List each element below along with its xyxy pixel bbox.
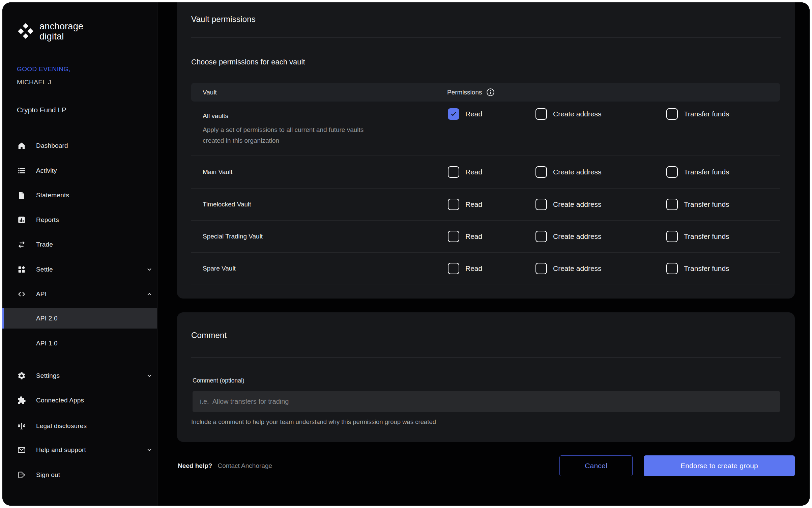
- chevron-down-icon[interactable]: [146, 447, 152, 453]
- permission-label: Transfer funds: [684, 264, 729, 273]
- section-subtitle: Choose permissions for each vault: [191, 58, 305, 66]
- statements-icon: [17, 191, 26, 200]
- sidebar-nav: DashboardActivityStatementsReportsTradeS…: [2, 2, 157, 506]
- api-icon: [17, 290, 26, 299]
- vault-description: Apply a set of permissions to all curren…: [203, 124, 371, 146]
- transfer-funds-cell: Transfer funds: [666, 199, 729, 210]
- activity-icon: [17, 166, 26, 175]
- sidebar-item-api-2-0[interactable]: API 2.0: [2, 308, 157, 329]
- create-address-checkbox[interactable]: [535, 166, 547, 178]
- transfer-funds-checkbox[interactable]: [666, 108, 678, 120]
- vault-name: Main Vault: [203, 168, 232, 176]
- settings-icon: [17, 371, 26, 380]
- sidebar-item-settings[interactable]: Settings: [2, 366, 157, 386]
- divider: [191, 37, 781, 38]
- permission-label: Read: [465, 232, 482, 241]
- read-cell: Read: [448, 108, 482, 120]
- permission-label: Transfer funds: [684, 168, 729, 176]
- permission-label: Create address: [553, 232, 602, 241]
- home-icon: [17, 141, 26, 150]
- permission-label: Read: [465, 264, 482, 273]
- table-header: Vault Permissions: [191, 83, 780, 102]
- sidebar-item-label: Trade: [36, 241, 53, 248]
- sidebar-item-settle[interactable]: Settle: [2, 259, 157, 280]
- read-checkbox[interactable]: [448, 263, 459, 274]
- table-row-timelocked-vault: Timelocked VaultReadCreate addressTransf…: [191, 188, 780, 220]
- vault-table-rows: All vaultsApply a set of permissions to …: [191, 102, 780, 299]
- sidebar-item-label: Settings: [36, 372, 60, 379]
- read-checkbox[interactable]: [448, 166, 459, 178]
- sidebar-item-label: Legal disclosures: [36, 422, 87, 430]
- app-window: anchorage digital GOOD EVENING, MICHAEL …: [2, 2, 810, 506]
- transfer-funds-cell: Transfer funds: [666, 231, 729, 242]
- chevron-up-icon[interactable]: [146, 291, 152, 297]
- sidebar-item-activity[interactable]: Activity: [2, 161, 157, 181]
- permission-label: Transfer funds: [684, 200, 729, 208]
- cancel-button[interactable]: Cancel: [559, 455, 633, 476]
- sidebar-item-api-1-0[interactable]: API 1.0: [2, 333, 157, 354]
- vault-column-header: Vault: [203, 89, 217, 96]
- read-checkbox[interactable]: [448, 108, 459, 120]
- sidebar-item-label: API 2.0: [36, 315, 58, 322]
- sidebar-item-legal-disclosures[interactable]: Legal disclosures: [2, 416, 157, 436]
- permission-label: Create address: [553, 264, 602, 273]
- sidebar-item-label: API 1.0: [36, 340, 58, 347]
- contact-anchorage-link[interactable]: Contact Anchorage: [218, 462, 272, 469]
- footer-actions: Cancel Endorse to create group: [559, 455, 795, 476]
- help-block: Need help?Contact Anchorage: [178, 462, 272, 470]
- need-help-label: Need help?: [178, 462, 212, 469]
- read-checkbox[interactable]: [448, 199, 459, 210]
- transfer-funds-checkbox[interactable]: [666, 231, 678, 242]
- table-row-all-vaults: All vaultsApply a set of permissions to …: [191, 102, 780, 156]
- sidebar-item-connected-apps[interactable]: Connected Apps: [2, 390, 157, 411]
- sidebar-item-label: Sign out: [36, 471, 60, 479]
- divider: [191, 357, 781, 358]
- create-address-cell: Create address: [535, 231, 602, 242]
- sidebar-item-label: Settle: [36, 266, 53, 273]
- help-icon: [17, 446, 26, 454]
- permission-label: Transfer funds: [684, 110, 729, 118]
- endorse-button[interactable]: Endorse to create group: [644, 455, 795, 476]
- create-address-checkbox[interactable]: [535, 263, 547, 274]
- permission-label: Transfer funds: [684, 232, 729, 241]
- comment-title: Comment: [191, 331, 227, 340]
- read-cell: Read: [448, 199, 482, 210]
- sidebar-item-label: Connected Apps: [36, 397, 84, 404]
- transfer-funds-cell: Transfer funds: [666, 108, 729, 120]
- chevron-down-icon[interactable]: [146, 266, 152, 273]
- create-address-checkbox[interactable]: [535, 108, 547, 120]
- info-icon[interactable]: [486, 88, 495, 97]
- vault-name: Special Trading Vault: [203, 233, 263, 240]
- table-row-main-vault: Main VaultReadCreate addressTransfer fun…: [191, 156, 780, 188]
- sidebar-item-sign-out[interactable]: Sign out: [2, 465, 157, 485]
- permission-label: Read: [465, 200, 482, 208]
- transfer-funds-checkbox[interactable]: [666, 199, 678, 210]
- sidebar-item-api[interactable]: API: [2, 284, 157, 304]
- permission-label: Read: [465, 110, 482, 118]
- sidebar-item-label: Reports: [36, 216, 59, 224]
- sidebar-item-label: Activity: [36, 167, 57, 174]
- create-address-checkbox[interactable]: [535, 199, 547, 210]
- sidebar-item-dashboard[interactable]: Dashboard: [2, 136, 157, 156]
- sidebar-item-reports[interactable]: Reports: [2, 210, 157, 230]
- comment-card: Comment Comment (optional) Include a com…: [177, 312, 795, 442]
- sidebar-item-statements[interactable]: Statements: [2, 185, 157, 205]
- create-address-checkbox[interactable]: [535, 231, 547, 242]
- vault-name: Timelocked Vault: [203, 201, 251, 208]
- create-address-cell: Create address: [535, 108, 602, 120]
- page-title: Vault permissions: [191, 15, 256, 24]
- chevron-down-icon[interactable]: [146, 373, 152, 379]
- sidebar-item-help-and-support[interactable]: Help and support: [2, 440, 157, 460]
- apps-icon: [17, 396, 26, 405]
- read-checkbox[interactable]: [448, 231, 459, 242]
- transfer-funds-checkbox[interactable]: [666, 263, 678, 274]
- vault-name: Spare Vault: [203, 265, 236, 272]
- comment-input[interactable]: [193, 391, 780, 412]
- sidebar-item-label: Statements: [36, 192, 69, 199]
- table-row-spare-vault: Spare VaultReadCreate addressTransfer fu…: [191, 252, 780, 284]
- permissions-header-label: Permissions: [447, 89, 482, 96]
- transfer-funds-checkbox[interactable]: [666, 166, 678, 178]
- vault-name: All vaults: [203, 112, 228, 120]
- sidebar-item-label: Help and support: [36, 446, 86, 454]
- sidebar-item-trade[interactable]: Trade: [2, 234, 157, 255]
